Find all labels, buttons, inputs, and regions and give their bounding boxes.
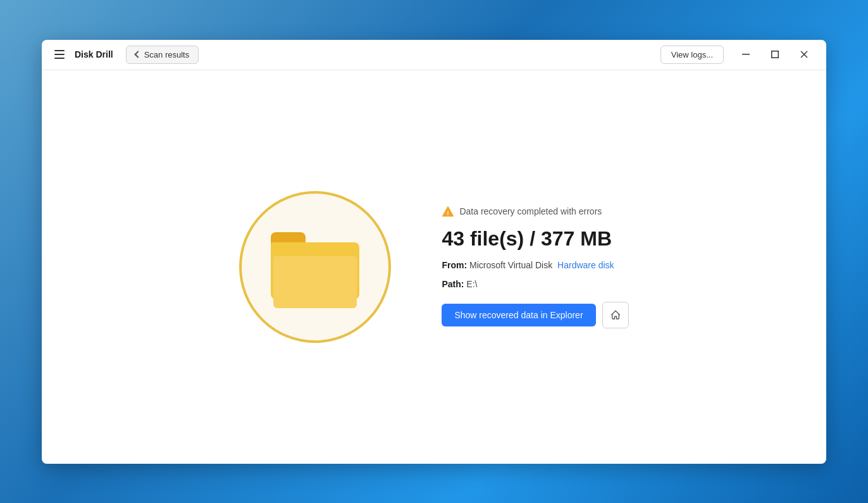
close-button[interactable] [790, 44, 819, 65]
maximize-icon [771, 51, 779, 58]
maximize-button[interactable] [760, 44, 790, 65]
folder-icon [271, 232, 359, 302]
menu-button[interactable] [49, 44, 70, 65]
window-controls [731, 44, 819, 65]
home-button[interactable] [602, 302, 629, 328]
from-label: From: [442, 260, 467, 270]
from-row: From: Microsoft Virtual Disk Hardware di… [442, 260, 628, 270]
warning-icon: ! [442, 205, 454, 218]
close-icon [800, 51, 808, 58]
view-logs-button[interactable]: View logs... [660, 46, 724, 64]
actions-row: Show recovered data in Explorer [442, 302, 628, 328]
chevron-left-icon [134, 51, 141, 58]
path-label: Path: [442, 279, 464, 289]
result-panel: ! Data recovery completed with errors 43… [442, 205, 628, 328]
folder-body [271, 242, 359, 299]
folder-illustration [239, 191, 391, 343]
recovery-count: 43 file(s) / 377 MB [442, 227, 628, 251]
status-text: Data recovery completed with errors [459, 206, 602, 216]
app-title: Disk Drill [75, 49, 113, 59]
svg-rect-1 [772, 51, 779, 58]
status-row: ! Data recovery completed with errors [442, 205, 628, 218]
minimize-icon [742, 54, 750, 55]
folder-body-inner [273, 256, 357, 308]
main-content: ! Data recovery completed with errors 43… [42, 70, 826, 464]
path-row: Path: E:\ [442, 279, 628, 289]
app-window: Disk Drill Scan results View logs... [42, 40, 826, 464]
home-icon [610, 309, 621, 321]
svg-text:!: ! [447, 210, 449, 216]
back-button[interactable]: Scan results [126, 46, 199, 64]
show-explorer-button[interactable]: Show recovered data in Explorer [442, 304, 595, 326]
hardware-disk-link[interactable]: Hardware disk [557, 260, 614, 270]
minimize-button[interactable] [731, 44, 760, 65]
svg-rect-0 [742, 54, 750, 55]
titlebar: Disk Drill Scan results View logs... [42, 40, 826, 70]
